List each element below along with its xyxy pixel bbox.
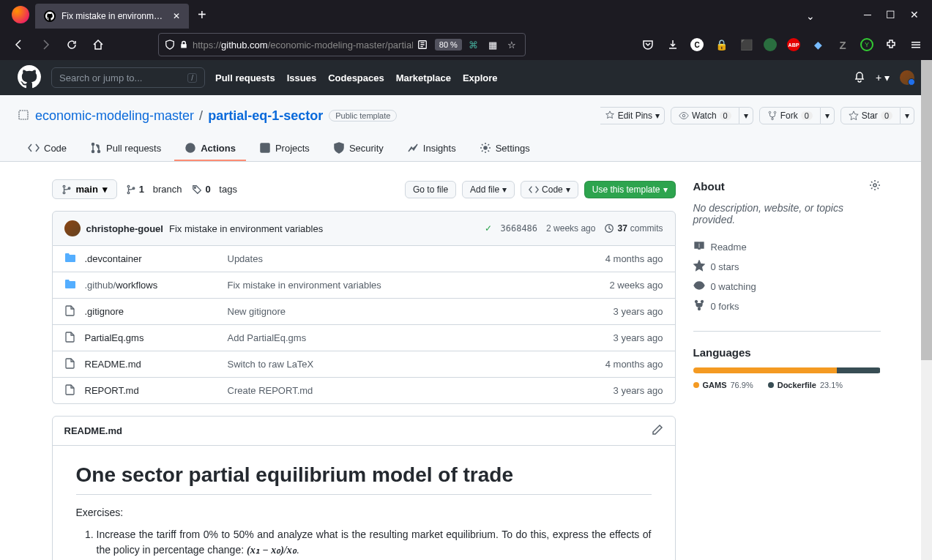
file-nav: main ▾ 1 branch 0 tags Go to file Add fi… bbox=[52, 179, 676, 199]
file-icon bbox=[64, 384, 76, 397]
nav-issues[interactable]: Issues bbox=[287, 72, 316, 83]
use-template-button[interactable]: Use this template ▾ bbox=[584, 181, 676, 198]
repo-name-link[interactable]: partial-eq-1-sector bbox=[208, 108, 323, 123]
main-left: main ▾ 1 branch 0 tags Go to file Add fi… bbox=[52, 179, 676, 560]
star-button[interactable]: Star 0 bbox=[840, 107, 901, 124]
maximize-icon[interactable]: ☐ bbox=[886, 9, 895, 20]
repo-owner-link[interactable]: economic-modeling-master bbox=[35, 108, 194, 123]
file-icon bbox=[64, 331, 76, 345]
star-dropdown[interactable]: ▾ bbox=[901, 107, 914, 124]
home-button[interactable] bbox=[88, 34, 108, 55]
edit-readme-button[interactable] bbox=[652, 424, 663, 438]
lang-segment[interactable] bbox=[693, 367, 838, 373]
forward-button[interactable] bbox=[35, 34, 56, 55]
lang-segment[interactable] bbox=[837, 367, 880, 373]
ext-green-icon[interactable] bbox=[764, 38, 777, 51]
file-row: .gitignoreNew gitignore3 years ago bbox=[53, 299, 675, 325]
lang-item[interactable]: Dockerfile 23.1% bbox=[768, 381, 843, 389]
ext-lock-icon[interactable]: 🔒 bbox=[714, 37, 728, 52]
notifications-icon[interactable] bbox=[854, 71, 865, 85]
tab-projects[interactable]: Projects bbox=[249, 136, 320, 161]
nav-pull-requests[interactable]: Pull requests bbox=[215, 72, 275, 83]
code-button[interactable]: Code ▾ bbox=[521, 181, 578, 198]
reload-button[interactable] bbox=[61, 34, 82, 55]
url-bar[interactable]: https://github.com/economic-modeling-mas… bbox=[158, 33, 526, 56]
go-to-file-button[interactable]: Go to file bbox=[405, 181, 456, 198]
file-icon bbox=[64, 357, 76, 371]
tags-link[interactable]: 0 tags bbox=[192, 184, 236, 195]
ext-c-icon[interactable]: C bbox=[690, 38, 704, 51]
readme-icon bbox=[693, 240, 705, 254]
readme-filename[interactable]: README.md bbox=[64, 425, 122, 436]
ext-y-icon[interactable]: Y bbox=[860, 38, 873, 51]
about-item-readme[interactable]: Readme bbox=[693, 237, 881, 257]
tab-code[interactable]: Code bbox=[18, 136, 77, 161]
about-settings-icon[interactable] bbox=[869, 179, 881, 193]
tab-security[interactable]: Security bbox=[323, 136, 394, 161]
add-file-button[interactable]: Add file ▾ bbox=[462, 181, 515, 198]
svg-point-23 bbox=[701, 301, 703, 303]
file-commit-msg: New gitignore bbox=[228, 306, 614, 317]
scrollbar[interactable] bbox=[921, 60, 932, 560]
ext-toggle-icon[interactable]: ⬛ bbox=[739, 37, 753, 52]
pocket-icon[interactable] bbox=[641, 37, 655, 52]
check-icon[interactable]: ✓ bbox=[485, 223, 492, 234]
ext-diamond-icon[interactable]: ◆ bbox=[810, 37, 825, 52]
github-header: Search or jump to... / Pull requests Iss… bbox=[0, 60, 932, 95]
branches-link[interactable]: 1 branch bbox=[126, 184, 182, 195]
user-avatar[interactable] bbox=[900, 70, 914, 85]
zoom-badge[interactable]: 80 % bbox=[435, 39, 462, 51]
repo-actions: Edit Pins ▾ Watch 0 ▾ Fork 0 ▾ bbox=[600, 107, 914, 124]
nav-codespaces[interactable]: Codespaces bbox=[328, 72, 384, 83]
sidebar: About No description, website, or topics… bbox=[693, 179, 881, 560]
fork-button[interactable]: Fork 0 bbox=[759, 107, 821, 124]
back-button[interactable] bbox=[9, 34, 29, 55]
ext-icon-1[interactable]: ⌘ bbox=[466, 37, 481, 52]
watch-button[interactable]: Watch 0 bbox=[671, 107, 739, 124]
tab-actions[interactable]: Actions bbox=[174, 136, 246, 161]
fork-dropdown[interactable]: ▾ bbox=[821, 107, 835, 124]
commit-message[interactable]: Fix mistake in environment variables bbox=[169, 223, 323, 234]
download-icon[interactable] bbox=[666, 37, 680, 52]
watch-dropdown[interactable]: ▾ bbox=[739, 107, 753, 124]
tab-pull-requests[interactable]: Pull requests bbox=[80, 136, 171, 161]
abp-icon[interactable]: ABP bbox=[787, 38, 800, 51]
about-item-eye[interactable]: 0 watching bbox=[693, 277, 881, 296]
file-name: .github/workflows bbox=[85, 280, 228, 291]
minimize-icon[interactable]: ─ bbox=[864, 9, 871, 20]
file-list: .devcontainerUpdates4 months ago.github/… bbox=[52, 246, 676, 404]
menu-icon[interactable] bbox=[909, 37, 923, 52]
repo-template-icon bbox=[18, 109, 29, 123]
readme-box: README.md One sector partial equilibrium… bbox=[52, 416, 676, 560]
file-nav-meta: 1 branch 0 tags bbox=[126, 184, 237, 195]
reader-icon[interactable] bbox=[417, 40, 428, 50]
github-search[interactable]: Search or jump to... / bbox=[51, 67, 205, 88]
bookmark-star-icon[interactable]: ☆ bbox=[504, 37, 519, 52]
new-tab-button[interactable]: + bbox=[198, 7, 206, 23]
extensions-icon[interactable] bbox=[884, 37, 898, 52]
add-dropdown[interactable]: + ▾ bbox=[876, 72, 890, 83]
lang-dot-icon bbox=[768, 382, 774, 388]
lang-item[interactable]: GAMS 76.9% bbox=[693, 381, 753, 389]
ext-icon-2[interactable]: ▦ bbox=[485, 37, 500, 52]
tabs-dropdown-icon[interactable]: ⌄ bbox=[806, 10, 815, 22]
commit-hash[interactable]: 3668486 bbox=[501, 223, 538, 234]
tab-close-icon[interactable]: ✕ bbox=[173, 11, 180, 21]
ext-z-icon[interactable]: Z bbox=[835, 37, 850, 52]
commits-link[interactable]: 37 commits bbox=[604, 223, 663, 234]
file-commit-msg: Fix mistake in environment variables bbox=[228, 280, 610, 291]
about-item-star[interactable]: 0 stars bbox=[693, 257, 881, 277]
github-logo-icon[interactable] bbox=[18, 65, 41, 91]
commit-author[interactable]: christophe-gouel bbox=[86, 223, 163, 234]
tab-insights[interactable]: Insights bbox=[397, 136, 466, 161]
scrollbar-thumb[interactable] bbox=[921, 60, 932, 360]
nav-explore[interactable]: Explore bbox=[463, 72, 498, 83]
edit-pins-button[interactable]: Edit Pins ▾ bbox=[600, 107, 665, 124]
commit-author-avatar[interactable] bbox=[64, 220, 81, 236]
nav-marketplace[interactable]: Marketplace bbox=[396, 72, 451, 83]
browser-tab[interactable]: Fix mistake in environment vari ✕ bbox=[35, 4, 189, 29]
close-window-icon[interactable]: ✕ bbox=[910, 9, 919, 20]
about-item-fork[interactable]: 0 forks bbox=[693, 296, 881, 316]
tab-settings[interactable]: Settings bbox=[469, 136, 540, 161]
branch-selector[interactable]: main ▾ bbox=[52, 179, 117, 199]
